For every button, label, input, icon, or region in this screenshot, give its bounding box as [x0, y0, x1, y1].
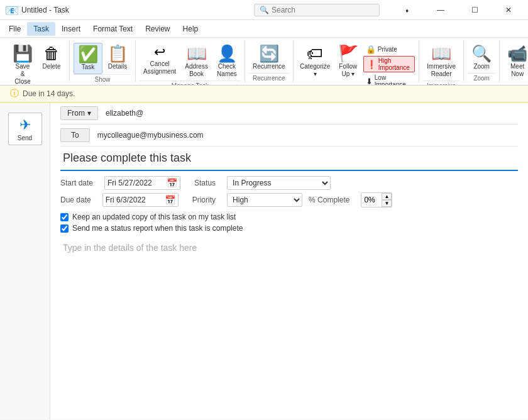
- zoom-group-label: Zoom: [468, 73, 495, 83]
- cancel-assignment-button[interactable]: ↩ CancelAssignment: [140, 43, 180, 78]
- ribbon: 💾 Save &Close 🗑 Delete Actions ✅ Task 📋: [0, 38, 528, 86]
- left-panel: ✈ Send: [0, 102, 50, 419]
- priority-label: Priority: [192, 196, 221, 204]
- send-icon: ✈: [19, 117, 31, 133]
- subject-row: [60, 146, 518, 171]
- checkbox2-row: Send me a status report when this task i…: [60, 224, 518, 233]
- from-button[interactable]: From ▾: [60, 106, 98, 120]
- cancel-assignment-icon: ↩: [154, 45, 165, 59]
- recurrence-icon: 🔄: [259, 45, 279, 62]
- percent-up-button[interactable]: ▲: [382, 193, 392, 200]
- delete-icon: 🗑: [43, 45, 60, 62]
- percent-complete-field: ▲ ▼: [361, 192, 392, 207]
- start-date-calendar-icon[interactable]: 📅: [164, 178, 177, 188]
- diamond-btn[interactable]: ⬧: [392, 0, 421, 20]
- private-button[interactable]: 🔒 Private: [363, 44, 415, 55]
- show-group-label: Show: [74, 74, 131, 84]
- meet-now-icon: 📹: [507, 45, 527, 62]
- percent-complete-label: % Complete: [309, 196, 355, 204]
- follow-up-icon: 🚩: [338, 45, 358, 62]
- percent-input[interactable]: [361, 194, 382, 206]
- to-label: To: [71, 131, 79, 140]
- from-row: From ▾: [60, 102, 518, 124]
- address-book-icon: 📖: [187, 45, 207, 62]
- immersive-group-label: Immersive: [423, 80, 459, 86]
- manage-task-group-label: Manage Task: [140, 80, 241, 86]
- low-importance-icon: ⬇: [366, 77, 373, 86]
- maximize-btn[interactable]: ☐: [460, 0, 489, 20]
- due-date-input[interactable]: [106, 196, 162, 204]
- delete-button[interactable]: 🗑 Delete: [38, 43, 65, 73]
- follow-up-button[interactable]: 🚩 FollowUp ▾: [334, 43, 362, 80]
- high-importance-button[interactable]: ❗ High Importance: [363, 56, 415, 72]
- start-date-field: 📅: [104, 176, 180, 190]
- menu-review[interactable]: Review: [139, 22, 176, 36]
- search-input[interactable]: [272, 6, 374, 14]
- menu-file[interactable]: File: [3, 22, 27, 36]
- due-date-calendar-icon[interactable]: 📅: [162, 195, 175, 205]
- save-close-icon: 💾: [13, 45, 33, 62]
- menu-bar: File Task Insert Format Text Review Help: [0, 20, 528, 38]
- percent-stepper: ▲ ▼: [382, 193, 392, 207]
- low-importance-button[interactable]: ⬇ Low Importance: [363, 74, 415, 86]
- to-button[interactable]: To: [60, 128, 90, 142]
- close-btn[interactable]: ✕: [494, 0, 523, 20]
- priority-select[interactable]: Low Normal High: [227, 193, 302, 207]
- info-icon: ⓘ: [10, 88, 19, 99]
- check-names-button[interactable]: 👤 CheckNames: [213, 43, 241, 80]
- private-icon: 🔒: [366, 45, 376, 54]
- high-importance-icon: ❗: [366, 60, 377, 69]
- zoom-icon: 🔍: [471, 45, 492, 62]
- window-title: Untitled - Task: [21, 6, 254, 14]
- due-date-field: 📅: [102, 193, 179, 207]
- search-icon: 🔍: [260, 6, 269, 14]
- status-label: Status: [194, 179, 221, 187]
- to-row: To: [60, 124, 518, 146]
- address-book-button[interactable]: 📖 AddressBook: [181, 43, 212, 80]
- title-bar: 📧 Untitled - Task 🔍 ⬧ — ☐ ✕: [0, 0, 528, 20]
- notification-text: Due in 14 days.: [23, 89, 75, 98]
- minimize-btn[interactable]: —: [426, 0, 455, 20]
- task-button[interactable]: ✅ Task: [74, 43, 102, 74]
- search-bar[interactable]: 🔍: [254, 4, 380, 16]
- from-input[interactable]: [103, 108, 518, 119]
- due-date-label: Due date: [60, 196, 96, 204]
- zoom-button[interactable]: 🔍 Zoom: [468, 43, 495, 73]
- subject-input[interactable]: [60, 150, 518, 166]
- checkbox2[interactable]: [60, 224, 69, 233]
- app-icon: 📧: [5, 4, 18, 16]
- details-button[interactable]: 📋 Details: [104, 43, 131, 73]
- categorize-button[interactable]: 🏷 Categorize ▾: [297, 43, 333, 80]
- check-names-icon: 👤: [217, 45, 237, 62]
- status-select[interactable]: Not Started In Progress Completed Waitin…: [227, 176, 331, 190]
- immersive-reader-button[interactable]: 📖 ImmersiveReader: [423, 43, 459, 80]
- menu-help[interactable]: Help: [177, 22, 205, 36]
- body-placeholder: Type in the details of the task here: [63, 243, 197, 253]
- window-controls: ⬧ — ☐ ✕: [392, 0, 523, 20]
- from-label: From: [67, 109, 85, 118]
- meet-now-button[interactable]: 📹 MeetNow: [503, 43, 528, 80]
- menu-format-text[interactable]: Format Text: [87, 22, 139, 36]
- task-icon: ✅: [78, 46, 98, 62]
- recurrence-button[interactable]: 🔄 Recurrence: [249, 43, 289, 73]
- start-date-label: Start date: [60, 179, 98, 187]
- from-chevron-icon: ▾: [87, 109, 91, 118]
- immersive-reader-icon: 📖: [431, 45, 451, 62]
- task-body[interactable]: Type in the details of the task here: [60, 235, 518, 336]
- send-label: Send: [18, 135, 32, 141]
- categorize-icon: 🏷: [307, 45, 323, 62]
- menu-insert[interactable]: Insert: [55, 22, 87, 36]
- to-input[interactable]: [95, 130, 518, 141]
- send-button[interactable]: ✈ Send: [8, 113, 42, 145]
- checkbox1-label: Keep an updated copy of this task on my …: [72, 213, 236, 221]
- details-icon: 📋: [107, 45, 128, 62]
- save-close-button[interactable]: 💾 Save &Close: [9, 43, 36, 86]
- notification-bar: ⓘ Due in 14 days.: [0, 86, 528, 102]
- form-area: From ▾ To Start date 📅 Status Not S: [50, 102, 528, 419]
- main-area: ✈ Send From ▾ To Start date: [0, 102, 528, 419]
- checkbox1[interactable]: [60, 213, 69, 221]
- menu-task[interactable]: Task: [27, 22, 55, 36]
- start-date-input[interactable]: [107, 179, 164, 187]
- percent-down-button[interactable]: ▼: [382, 200, 392, 207]
- recurrence-group-label: Recurrence: [249, 73, 289, 83]
